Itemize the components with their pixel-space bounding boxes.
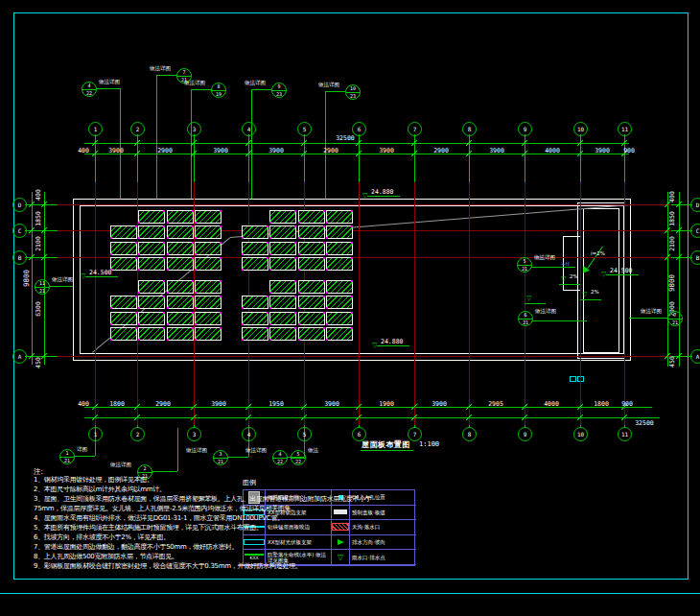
solar-panel <box>326 242 353 255</box>
solar-panel <box>167 210 194 224</box>
row-bubble-right: A <box>690 349 700 364</box>
note-line: 5、本图所有预埋件均须在主体结构施工时预留预埋，详见下沉式雨水斗布置图。 <box>34 525 263 533</box>
dim-label: 450 <box>35 357 42 368</box>
dim-label: 400 <box>35 189 42 201</box>
solar-panel <box>298 280 325 294</box>
dim-label: 3900 <box>213 147 228 154</box>
detail-callout: 422 <box>272 450 288 465</box>
detail-callout: 521 <box>517 257 532 272</box>
column-bubble-top: 3 <box>187 122 201 136</box>
column-bubble-bottom: 9 <box>518 427 532 441</box>
callout-number: 9 <box>272 83 286 91</box>
solar-panel <box>195 280 222 294</box>
row-gridline <box>58 204 671 205</box>
column-bubble-bottom: 2 <box>130 427 145 441</box>
solar-panel <box>138 280 165 294</box>
column-bubble-bottom: 11 <box>618 427 632 441</box>
detail-callout: 422 <box>82 82 97 97</box>
solar-panel <box>110 257 137 271</box>
column-bubble-top: 6 <box>352 122 366 136</box>
callout-sheet: 21 <box>668 320 682 325</box>
dim-label: 400 <box>78 400 89 408</box>
solar-panel <box>138 257 165 271</box>
column-bubble-bottom: 1 <box>88 427 103 441</box>
solar-panel <box>195 312 222 325</box>
detail-callout: 1121 <box>35 279 50 295</box>
slope-flag-icon: ▽ <box>582 292 587 298</box>
row-gridline <box>58 356 671 357</box>
callout-number: 7 <box>177 69 191 77</box>
solar-panel <box>138 242 165 255</box>
column-bubble-top: 2 <box>130 122 145 136</box>
dim-label: 2900 <box>433 147 449 154</box>
solar-panel <box>326 225 353 239</box>
solar-panel <box>110 296 137 309</box>
cad-drawing-canvas[interactable]: 32500 32500 9800 9800 屋面板布置图 1:100 注: 图例… <box>0 0 700 616</box>
dim-label: 400 <box>668 191 676 202</box>
callout-number: 8 <box>212 83 225 91</box>
solar-panel <box>269 312 296 325</box>
callout-label: 详图 <box>77 447 87 453</box>
callout-sheet: 23 <box>272 91 286 97</box>
dim-label: 4000 <box>545 147 560 154</box>
column-gridline <box>414 182 415 425</box>
callout-label: 做法详图 <box>99 80 120 85</box>
solar-panel <box>167 312 194 325</box>
dim-label: 2905 <box>488 400 503 408</box>
column-gridline <box>359 182 360 425</box>
solar-panel <box>269 257 296 271</box>
note-line: 6、找坡方向，排水坡度不小于2%，详见本图。 <box>34 534 170 542</box>
solar-panel <box>138 225 165 239</box>
solar-panel <box>242 225 268 239</box>
solar-panel <box>138 210 165 224</box>
solar-panel <box>110 242 137 255</box>
solar-panel <box>326 327 353 341</box>
dim-label: 450 <box>668 356 676 367</box>
solar-panel <box>269 242 296 255</box>
detail-callout: 121 <box>59 449 75 464</box>
solar-panel <box>298 225 325 239</box>
callout-number: 1 <box>60 450 74 458</box>
column-bubble-top: 10 <box>573 122 588 136</box>
detail-callout: 721 <box>667 311 683 326</box>
callout-number: 6 <box>519 312 532 320</box>
note-line: 8、上人孔周边做500宽附加防水层，节点详图见。 <box>34 554 178 561</box>
dim-label: 2100 <box>35 236 42 251</box>
callout-sheet: 21 <box>60 458 74 463</box>
row-bubble-left: D <box>12 198 27 212</box>
callout-number: 2 <box>138 465 152 473</box>
detail-callout: 522 <box>291 450 306 465</box>
callout-sheet: 19 <box>212 91 225 97</box>
callout-number: 4 <box>273 451 287 459</box>
dim-label: 2900 <box>155 400 171 408</box>
solar-panel <box>326 257 353 271</box>
solar-panel <box>242 312 268 325</box>
solar-panel <box>167 327 194 341</box>
dim-label: 900 <box>623 147 635 154</box>
elevation-flag-icon: ▽ <box>601 272 606 278</box>
solar-panel <box>167 242 194 255</box>
detail-callout: 819 <box>211 83 226 98</box>
elevation-underline <box>377 345 409 346</box>
row-bubble-right: B <box>690 250 700 265</box>
solar-panel <box>298 210 325 224</box>
note-line: 1、钢材均采用镀锌处理，图例详见本图。 <box>34 477 153 485</box>
detail-callout: 1023 <box>345 84 361 100</box>
elevation-underline <box>85 276 118 277</box>
column-bubble-bottom: 6 <box>352 427 366 441</box>
note-line: 7、管道出屋面处周边做翻边，翻边高度不小于50mm，做好防水密封。 <box>34 544 238 552</box>
column-bubble-top: 7 <box>408 122 422 136</box>
column-bubble-top: 8 <box>462 122 477 136</box>
solar-panel <box>298 296 325 309</box>
elevation-flag-icon: ▽ <box>81 273 85 280</box>
column-gridline <box>95 182 96 425</box>
dim-label: 3900 <box>432 400 447 408</box>
column-bubble-bottom: 3 <box>187 427 201 441</box>
callout-label: 做法详图 <box>186 448 207 454</box>
solar-panel <box>138 312 165 325</box>
callout-label: 做法详图 <box>150 66 171 72</box>
solar-panel <box>138 327 165 341</box>
note-line: 4、屋面雨水采用有组织外排水，做法详见DG01-31-1，雨水立管采用DN100… <box>34 515 284 523</box>
elevation-flag-icon: ▽ <box>362 193 367 200</box>
callout-label: 做法详图 <box>318 83 339 88</box>
